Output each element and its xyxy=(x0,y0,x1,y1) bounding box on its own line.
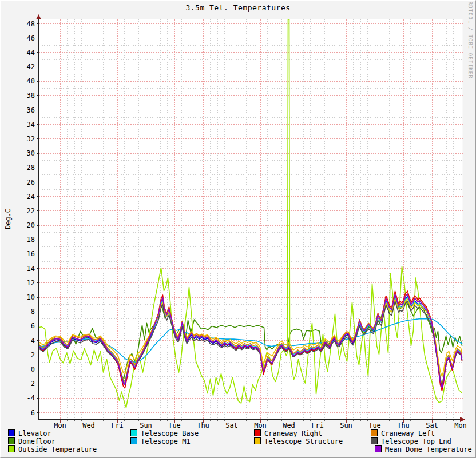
legend-column: ElevatorDomefloorOutside Temperature xyxy=(8,429,97,453)
legend-item-craneway_right: Craneway Right xyxy=(254,429,343,437)
plot-canvas xyxy=(39,19,463,420)
craneway_right-swatch xyxy=(254,429,261,436)
x-tick-label: Sun xyxy=(140,421,152,429)
x-tick-label: Wed xyxy=(283,421,295,429)
legend-column: Craneway LeftTelescope Top EndMean Dome … xyxy=(371,429,472,453)
x-tick-label: Mon xyxy=(454,421,467,429)
m1-swatch xyxy=(130,437,137,444)
y-tick-label: -4 xyxy=(27,394,35,402)
domefloor-swatch xyxy=(8,437,15,444)
y-tick-label: 26 xyxy=(27,178,35,186)
craneway_left-swatch xyxy=(371,429,378,436)
y-tick-label: 28 xyxy=(27,164,35,172)
elevator-swatch xyxy=(8,429,15,436)
y-tick-label: 16 xyxy=(27,250,35,258)
x-tick-label: Sun xyxy=(340,421,352,429)
legend-column: Telescope BaseTelescope M1 xyxy=(130,429,199,445)
legend-label: Elevator xyxy=(18,429,51,437)
y-tick-label: 48 xyxy=(27,20,35,28)
legend-label: Craneway Left xyxy=(381,429,435,437)
x-tick-label: Wed xyxy=(82,421,95,429)
x-tick-label: Sat xyxy=(426,421,438,429)
mean_dome-swatch xyxy=(375,445,382,452)
y-tick-label: 44 xyxy=(27,49,35,57)
x-tick-label: Fri xyxy=(111,421,124,429)
legend-label: Telescope Top End xyxy=(381,437,451,445)
legend-item-domefloor: Domefloor xyxy=(8,437,97,445)
outside-swatch xyxy=(8,445,15,452)
y-tick-label: 8 xyxy=(31,308,35,316)
y-tick-label: 42 xyxy=(27,63,35,71)
legend-column: Craneway RightTelescope Structure xyxy=(254,429,343,445)
y-tick-label: 38 xyxy=(27,91,35,99)
x-tick-label: Thu xyxy=(197,421,209,429)
x-tick-label: Mon xyxy=(54,421,66,429)
y-tick-label: 36 xyxy=(27,106,35,114)
y-tick-label: 0 xyxy=(31,365,35,373)
y-axis-arrow xyxy=(36,14,41,19)
y-tick-label: 4 xyxy=(31,337,35,345)
y-tick-label: 6 xyxy=(31,322,35,330)
y-tick-label: 20 xyxy=(27,221,35,229)
plot-area: -6-4-20246810121416182022242628303234363… xyxy=(0,0,476,430)
y-tick-label: 12 xyxy=(27,279,35,287)
legend-label: Telescope Structure xyxy=(264,437,343,445)
y-tick-label: 2 xyxy=(31,351,35,359)
legend-item-m1: Telescope M1 xyxy=(130,437,199,445)
legend-label: Telescope M1 xyxy=(141,437,191,445)
y-tick-label: 10 xyxy=(27,293,35,301)
x-tick-label: Tue xyxy=(168,421,181,429)
y-tick-label: -2 xyxy=(27,380,35,388)
y-tick-label: 24 xyxy=(27,193,35,201)
y-tick-label: 14 xyxy=(27,265,35,273)
y-tick-label: 46 xyxy=(27,34,35,42)
y-tick-label: 30 xyxy=(27,149,35,157)
legend-label: Outside Temperature xyxy=(18,445,97,453)
legend-item-base: Telescope Base xyxy=(130,429,199,437)
y-tick-label: 32 xyxy=(27,135,35,143)
x-tick-label: Mon xyxy=(254,421,267,429)
base-swatch xyxy=(130,429,137,436)
structure-swatch xyxy=(254,437,261,444)
legend-label: Domefloor xyxy=(18,437,55,445)
y-tick-label: 34 xyxy=(27,121,35,129)
legend-label: Telescope Base xyxy=(141,429,199,437)
x-tick-label: Sat xyxy=(225,421,238,429)
legend-item-craneway_left: Craneway Left xyxy=(371,429,472,437)
y-tick-label: -6 xyxy=(27,409,35,417)
rrd-graph: 3.5m Tel. Temperatures Deg.C RRDTOOL / T… xyxy=(0,0,476,458)
legend-item-elevator: Elevator xyxy=(8,429,97,437)
legend-item-structure: Telescope Structure xyxy=(254,437,343,445)
y-tick-label: 40 xyxy=(27,77,35,85)
y-tick-label: 22 xyxy=(27,207,35,215)
x-tick-label: Tue xyxy=(368,421,381,429)
x-tick-label: Thu xyxy=(397,421,410,429)
legend-item-mean_dome: Mean Dome Temperature xyxy=(375,445,472,453)
y-tick-label: 18 xyxy=(27,236,35,244)
legend-item-top_end: Telescope Top End xyxy=(371,437,472,445)
top_end-swatch xyxy=(371,437,378,444)
x-tick-label: Fri xyxy=(311,421,324,429)
legend-label: Mean Dome Temperature xyxy=(385,445,472,453)
legend-item-outside: Outside Temperature xyxy=(8,445,97,453)
legend-label: Craneway Right xyxy=(264,429,322,437)
